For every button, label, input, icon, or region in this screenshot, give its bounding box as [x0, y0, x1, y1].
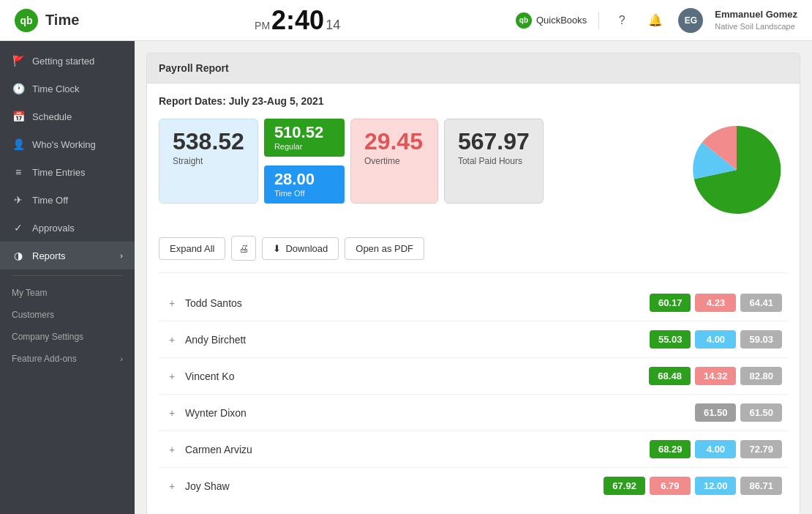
help-button[interactable]: ?: [611, 10, 633, 31]
timeoff-value: 28.00: [274, 171, 334, 187]
badge-straight: 68.48: [649, 367, 691, 385]
sidebar-item-time-entries[interactable]: ≡ Time Entries: [0, 158, 135, 186]
employee-name: Todd Santos: [185, 297, 650, 309]
badge-total: 82.80: [740, 367, 782, 385]
main-content: Payroll Report Report Dates: July 23-Aug…: [135, 41, 812, 514]
quickbooks-link[interactable]: qb QuickBooks: [516, 12, 587, 29]
time-main: 2:40: [271, 7, 324, 34]
sidebar-icon-approvals: ✓: [12, 221, 25, 234]
total-label: Total Paid Hours: [458, 156, 522, 166]
sidebar-item-reports[interactable]: ◑ Reports ›: [0, 242, 135, 269]
sidebar-item-getting-started[interactable]: 🚩 Getting started: [0, 47, 135, 75]
badge-straight: 60.17: [650, 294, 691, 312]
sidebar-label-my-team: My Team: [12, 288, 47, 298]
user-avatar: EG: [678, 8, 703, 33]
table-row[interactable]: + Wynter Dixon 61.5061.50: [159, 395, 788, 431]
table-row[interactable]: + Joy Shaw 67.926.7912.0086.71: [159, 468, 788, 504]
sidebar-item-company-settings[interactable]: Company Settings: [0, 326, 135, 348]
topbar: qb Time PM 2:40 14 qb QuickBooks ? 🔔 EG …: [0, 0, 812, 41]
hour-badges: 55.034.0059.03: [650, 330, 782, 349]
employee-name: Andy Birchett: [185, 334, 650, 346]
user-name: Emmanuel Gomez: [715, 9, 797, 21]
badge-timeoff: 4.00: [695, 440, 736, 458]
open-pdf-label: Open as PDF: [356, 243, 413, 254]
badge-straight: 55.03: [650, 330, 691, 349]
badge-total: 59.03: [740, 330, 782, 349]
expand-row-icon: +: [165, 296, 179, 310]
table-row[interactable]: + Todd Santos 60.174.2364.41: [159, 285, 788, 321]
badge-overtime: 4.23: [695, 294, 736, 312]
stat-timeoff: 28.00 Time Off: [264, 165, 345, 204]
sidebar-item-schedule[interactable]: 📅 Schedule: [0, 103, 135, 130]
notifications-button[interactable]: 🔔: [644, 10, 666, 31]
sidebar-item-feature-add-ons[interactable]: Feature Add-ons›: [0, 348, 135, 370]
sidebar-item-approvals[interactable]: ✓ Approvals: [0, 214, 135, 242]
sidebar-label-whos-working: Who's Working: [32, 139, 96, 150]
expand-all-label: Expand All: [170, 243, 214, 254]
badge-total: 64.41: [740, 294, 782, 312]
download-button[interactable]: ⬇ Download: [262, 237, 339, 260]
employee-name: Vincent Ko: [185, 370, 649, 382]
chevron-right-icon: ›: [120, 354, 123, 363]
total-value: 567.97: [458, 130, 530, 153]
stats-row: 538.52 Straight 510.52 Regular 28.00: [159, 119, 788, 221]
expand-row-icon: +: [165, 406, 179, 420]
regular-value: 510.52: [274, 124, 334, 141]
employee-name: Joy Shaw: [185, 480, 604, 492]
badge-total: 61.50: [740, 403, 782, 422]
stat-straight: 538.52 Straight: [159, 119, 258, 204]
report-dates: Report Dates: July 23-Aug 5, 2021: [159, 95, 788, 107]
sidebar-icon-schedule: 📅: [12, 110, 25, 123]
print-icon: 🖨: [239, 243, 249, 254]
open-as-pdf-button[interactable]: Open as PDF: [345, 237, 424, 260]
sidebar-icon-getting-started: 🚩: [12, 54, 25, 67]
badge-timeoff: 12.00: [695, 477, 737, 495]
badge-straight-gray: 61.50: [695, 403, 737, 422]
overtime-value: 29.45: [364, 130, 423, 153]
regular-label: Regular: [274, 142, 334, 151]
quickbooks-label: QuickBooks: [536, 15, 587, 26]
sidebar-icon-time-off: ✈: [12, 193, 25, 206]
sidebar-label-feature-add-ons: Feature Add-ons: [12, 354, 77, 364]
table-row[interactable]: + Vincent Ko 68.4814.3282.80: [159, 358, 788, 395]
hour-badges: 67.926.7912.0086.71: [604, 477, 782, 495]
employee-name: Carmen Arvizu: [185, 444, 650, 455]
table-row[interactable]: + Carmen Arvizu 68.294.0072.79: [159, 431, 788, 468]
layout: 🚩 Getting started 🕐 Time Clock 📅 Schedul…: [0, 41, 812, 514]
badge-total: 86.71: [740, 477, 782, 495]
payroll-panel: Payroll Report Report Dates: July 23-Aug…: [146, 53, 800, 514]
badge-straight: 67.92: [604, 477, 645, 495]
sidebar-item-customers[interactable]: Customers: [0, 304, 135, 326]
payroll-body: Report Dates: July 23-Aug 5, 2021 538.52…: [147, 83, 800, 514]
sidebar-item-time-off[interactable]: ✈ Time Off: [0, 186, 135, 214]
pie-chart: [685, 119, 788, 221]
sidebar-label-customers: Customers: [12, 310, 54, 320]
download-icon: ⬇: [273, 243, 281, 254]
straight-value: 538.52: [173, 130, 244, 153]
app-title: Time: [45, 12, 79, 29]
sidebar-item-my-team[interactable]: My Team: [0, 282, 135, 304]
stat-regular: 510.52 Regular: [264, 119, 345, 157]
time-ampm: PM: [255, 20, 270, 31]
expand-all-button[interactable]: Expand All: [159, 237, 225, 260]
print-button[interactable]: 🖨: [231, 236, 256, 261]
badge-overtime: 14.32: [695, 367, 737, 385]
straight-label: Straight: [173, 156, 203, 166]
expand-row-icon: +: [165, 479, 179, 493]
sidebar: 🚩 Getting started 🕐 Time Clock 📅 Schedul…: [0, 41, 135, 514]
expand-row-icon: +: [165, 369, 179, 384]
sidebar-item-time-clock[interactable]: 🕐 Time Clock: [0, 75, 135, 103]
user-company: Native Soil Landscape: [715, 21, 797, 31]
qb-logo-icon: qb: [15, 9, 38, 32]
hour-badges: 68.294.0072.79: [650, 440, 782, 458]
employee-list: + Todd Santos 60.174.2364.41 + Andy Birc…: [159, 285, 788, 504]
sidebar-label-schedule: Schedule: [32, 111, 72, 122]
hour-badges: 68.4814.3282.80: [649, 367, 782, 385]
sidebar-item-whos-working[interactable]: 👤 Who's Working: [0, 130, 135, 158]
expand-row-icon: +: [165, 442, 179, 457]
expand-row-icon: +: [165, 332, 179, 347]
topbar-divider: [598, 12, 599, 29]
table-row[interactable]: + Andy Birchett 55.034.0059.03: [159, 321, 788, 358]
hour-badges: 61.5061.50: [695, 403, 782, 422]
stat-regular-timeoff: 510.52 Regular 28.00 Time Off: [264, 119, 345, 204]
